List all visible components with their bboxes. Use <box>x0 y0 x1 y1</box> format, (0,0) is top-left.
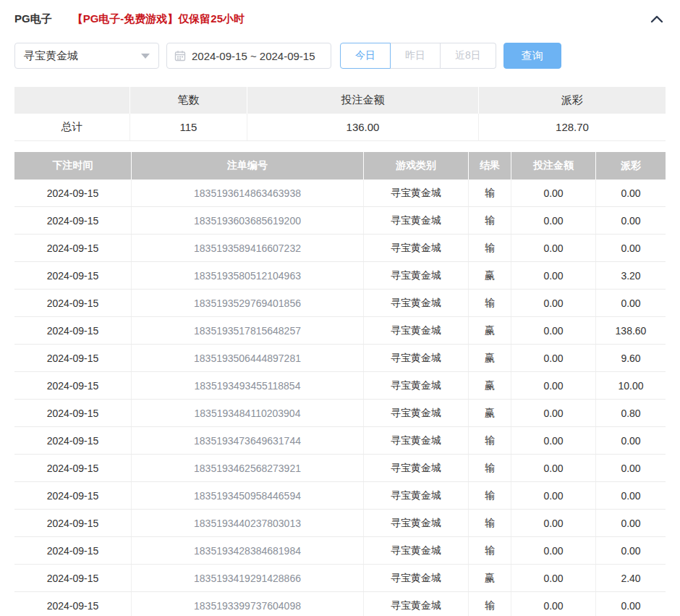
game-select[interactable]: 寻宝黄金城 <box>14 43 159 69</box>
result-cell: 赢 <box>469 372 511 399</box>
bet-id-cell: 1835193450958446594 <box>132 482 364 509</box>
game-type-cell: 寻宝黄金城 <box>364 400 469 426</box>
bet-column-header-4: 投注金额 <box>511 152 596 180</box>
notice-text: 【PG电子-免费游戏】仅保留25小时 <box>72 12 245 26</box>
table-row: 2024-09-151835193580512104963寻宝黄金城赢0.003… <box>14 262 666 290</box>
range-button-yesterday[interactable]: 昨日 <box>391 43 441 69</box>
game-type-cell: 寻宝黄金城 <box>364 180 469 206</box>
game-type-cell: 寻宝黄金城 <box>364 290 469 316</box>
bet-id-cell: 1835193484110203904 <box>132 400 364 426</box>
bet-id-cell: 1835193462568273921 <box>132 455 364 481</box>
summary-header-row: 笔数投注金额派彩 <box>14 87 666 114</box>
table-row: 2024-09-151835193450958446594寻宝黄金城输0.000… <box>14 482 666 510</box>
bet-amount-cell: 0.00 <box>511 427 596 454</box>
bet-amount-cell: 0.00 <box>511 290 596 316</box>
bet-id-cell: 1835193440237803013 <box>132 510 364 536</box>
bet-amount-cell: 0.00 <box>511 180 596 206</box>
bet-time-cell: 2024-09-15 <box>14 207 132 234</box>
bet-amount-cell: 0.00 <box>511 510 596 536</box>
chevron-up-icon <box>650 14 663 23</box>
bet-amount-cell: 0.00 <box>511 482 596 509</box>
result-cell: 输 <box>469 537 511 564</box>
bet-id-cell: 1835193399737604098 <box>132 592 364 616</box>
bet-time-cell: 2024-09-15 <box>14 262 132 289</box>
table-row: 2024-09-151835193440237803013寻宝黄金城输0.000… <box>14 510 666 537</box>
calendar-icon <box>174 50 186 62</box>
bet-amount-cell: 0.00 <box>511 400 596 426</box>
range-button-today[interactable]: 今日 <box>340 43 391 69</box>
result-cell: 输 <box>469 427 511 454</box>
bet-column-header-2: 游戏类别 <box>364 152 469 180</box>
result-cell: 赢 <box>469 400 511 426</box>
filter-bar: 寻宝黄金城 2024-09-15 ~ 2024-09-15 今日 昨日 近8日 … <box>14 43 666 69</box>
summary-column-header-1: 笔数 <box>130 87 247 114</box>
result-cell: 输 <box>469 235 511 261</box>
game-type-cell: 寻宝黄金城 <box>364 372 469 399</box>
table-row: 2024-09-151835193506444897281寻宝黄金城赢0.009… <box>14 345 666 372</box>
game-type-cell: 寻宝黄金城 <box>364 455 469 481</box>
bet-table-body: 2024-09-151835193614863463938寻宝黄金城输0.000… <box>14 180 666 616</box>
result-cell: 输 <box>469 482 511 509</box>
summary-column-header-3: 派彩 <box>479 87 666 114</box>
payout-cell: 2.40 <box>596 565 666 591</box>
table-row: 2024-09-151835193484110203904寻宝黄金城赢0.000… <box>14 400 666 427</box>
range-button-last8days[interactable]: 近8日 <box>441 43 496 69</box>
payout-cell: 0.00 <box>596 290 666 316</box>
bet-amount-cell: 0.00 <box>511 235 596 261</box>
game-type-cell: 寻宝黄金城 <box>364 262 469 289</box>
bet-time-cell: 2024-09-15 <box>14 180 132 206</box>
bet-id-cell: 1835193529769401856 <box>132 290 364 316</box>
summary-table: 笔数投注金额派彩 总计115136.00128.70 <box>14 87 666 141</box>
table-row: 2024-09-151835193399737604098寻宝黄金城输0.000… <box>14 592 666 616</box>
game-type-cell: 寻宝黄金城 <box>364 427 469 454</box>
game-select-value: 寻宝黄金城 <box>24 49 78 63</box>
table-row: 2024-09-151835193614863463938寻宝黄金城输0.000… <box>14 180 666 207</box>
game-type-cell: 寻宝黄金城 <box>364 537 469 564</box>
result-cell: 输 <box>469 207 511 234</box>
game-type-cell: 寻宝黄金城 <box>364 317 469 344</box>
query-button[interactable]: 查询 <box>503 43 561 69</box>
table-row: 2024-09-151835193493455118854寻宝黄金城赢0.001… <box>14 372 666 400</box>
bet-column-header-5: 派彩 <box>596 152 666 180</box>
bet-column-header-1: 注单编号 <box>132 152 364 180</box>
payout-cell: 0.00 <box>596 510 666 536</box>
result-cell: 输 <box>469 592 511 616</box>
summary-column-header-0 <box>14 87 130 114</box>
bet-time-cell: 2024-09-15 <box>14 482 132 509</box>
game-type-cell: 寻宝黄金城 <box>364 207 469 234</box>
bet-column-header-0: 下注时间 <box>14 152 132 180</box>
bet-table: 下注时间注单编号游戏类别结果投注金额派彩 2024-09-15183519361… <box>14 152 666 616</box>
result-cell: 输 <box>469 510 511 536</box>
bet-amount-cell: 0.00 <box>511 345 596 371</box>
date-range-input[interactable]: 2024-09-15 ~ 2024-09-15 <box>166 43 331 69</box>
bet-time-cell: 2024-09-15 <box>14 455 132 481</box>
payout-cell: 9.60 <box>596 345 666 371</box>
game-type-cell: 寻宝黄金城 <box>364 565 469 591</box>
payout-cell: 0.00 <box>596 592 666 616</box>
page-title: PG电子 <box>14 12 52 26</box>
table-row: 2024-09-151835193603685619200寻宝黄金城输0.000… <box>14 207 666 235</box>
result-cell: 赢 <box>469 317 511 344</box>
bet-time-cell: 2024-09-15 <box>14 372 132 399</box>
bet-time-cell: 2024-09-15 <box>14 400 132 426</box>
bet-id-cell: 1835193603685619200 <box>132 207 364 234</box>
table-row: 2024-09-151835193517815648257寻宝黄金城赢0.001… <box>14 317 666 345</box>
bet-time-cell: 2024-09-15 <box>14 290 132 316</box>
game-type-cell: 寻宝黄金城 <box>364 482 469 509</box>
bet-time-cell: 2024-09-15 <box>14 537 132 564</box>
payout-cell: 0.00 <box>596 537 666 564</box>
bet-id-cell: 1835193428384681984 <box>132 537 364 564</box>
payout-cell: 0.80 <box>596 400 666 426</box>
chevron-down-icon <box>141 54 150 59</box>
table-row: 2024-09-151835193473649631744寻宝黄金城输0.000… <box>14 427 666 455</box>
collapse-button[interactable] <box>648 10 666 28</box>
payout-cell: 0.00 <box>596 207 666 234</box>
game-type-cell: 寻宝黄金城 <box>364 592 469 616</box>
bet-amount-cell: 0.00 <box>511 592 596 616</box>
range-button-group: 今日 昨日 近8日 <box>340 43 496 69</box>
bet-column-header-3: 结果 <box>469 152 511 180</box>
result-cell: 输 <box>469 180 511 206</box>
payout-cell: 3.20 <box>596 262 666 289</box>
payout-cell: 10.00 <box>596 372 666 399</box>
bet-id-cell: 1835193517815648257 <box>132 317 364 344</box>
